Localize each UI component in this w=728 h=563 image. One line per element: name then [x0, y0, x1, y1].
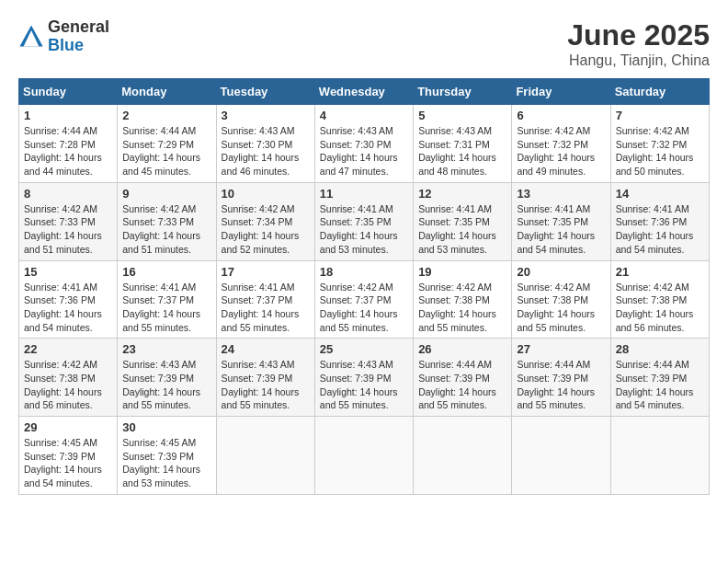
logo-blue: Blue	[48, 37, 109, 55]
calendar-day-15: 15 Sunrise: 4:41 AM Sunset: 7:36 PM Dayl…	[19, 260, 118, 339]
day-number: 30	[122, 420, 210, 434]
calendar-day-23: 23 Sunrise: 4:43 AM Sunset: 7:39 PM Dayl…	[118, 339, 216, 417]
calendar-day-26: 26 Sunrise: 4:44 AM Sunset: 7:39 PM Dayl…	[414, 339, 512, 417]
day-info: Sunrise: 4:41 AM Sunset: 7:35 PM Dayligh…	[517, 202, 605, 257]
day-number: 16	[122, 265, 210, 279]
calendar-day-22: 22 Sunrise: 4:42 AM Sunset: 7:38 PM Dayl…	[19, 339, 118, 417]
day-number: 25	[320, 342, 408, 356]
day-number: 2	[122, 109, 210, 122]
day-number: 5	[418, 109, 506, 122]
empty-cell	[512, 417, 610, 495]
calendar-day-2: 2 Sunrise: 4:44 AM Sunset: 7:29 PM Dayli…	[118, 105, 216, 183]
day-info: Sunrise: 4:41 AM Sunset: 7:36 PM Dayligh…	[616, 202, 704, 257]
day-number: 13	[517, 187, 605, 201]
calendar-day-13: 13 Sunrise: 4:41 AM Sunset: 7:35 PM Dayl…	[512, 182, 610, 260]
calendar-day-5: 5 Sunrise: 4:43 AM Sunset: 7:31 PM Dayli…	[414, 105, 512, 183]
title-block: June 2025 Hangu, Tianjin, China	[567, 18, 710, 69]
day-info: Sunrise: 4:41 AM Sunset: 7:37 PM Dayligh…	[122, 281, 210, 335]
calendar-day-9: 9 Sunrise: 4:42 AM Sunset: 7:33 PM Dayli…	[118, 182, 216, 260]
day-number: 21	[616, 265, 704, 279]
header-thursday: Thursday	[414, 79, 512, 105]
day-info: Sunrise: 4:42 AM Sunset: 7:38 PM Dayligh…	[616, 281, 704, 335]
day-info: Sunrise: 4:42 AM Sunset: 7:38 PM Dayligh…	[517, 281, 605, 335]
day-info: Sunrise: 4:43 AM Sunset: 7:39 PM Dayligh…	[222, 358, 310, 412]
calendar-day-24: 24 Sunrise: 4:43 AM Sunset: 7:39 PM Dayl…	[216, 339, 314, 417]
calendar-day-16: 16 Sunrise: 4:41 AM Sunset: 7:37 PM Dayl…	[118, 260, 216, 339]
day-number: 18	[320, 265, 408, 279]
empty-cell	[414, 417, 512, 495]
calendar-day-3: 3 Sunrise: 4:43 AM Sunset: 7:30 PM Dayli…	[216, 105, 314, 183]
calendar-week-2: 8 Sunrise: 4:42 AM Sunset: 7:33 PM Dayli…	[19, 182, 710, 260]
calendar-day-29: 29 Sunrise: 4:45 AM Sunset: 7:39 PM Dayl…	[19, 417, 118, 495]
day-number: 12	[418, 187, 506, 201]
calendar-day-7: 7 Sunrise: 4:42 AM Sunset: 7:32 PM Dayli…	[610, 105, 709, 183]
header-tuesday: Tuesday	[216, 79, 314, 105]
calendar-week-5: 29 Sunrise: 4:45 AM Sunset: 7:39 PM Dayl…	[19, 417, 710, 495]
calendar-day-6: 6 Sunrise: 4:42 AM Sunset: 7:32 PM Dayli…	[512, 105, 610, 183]
calendar-day-19: 19 Sunrise: 4:42 AM Sunset: 7:38 PM Dayl…	[414, 260, 512, 339]
header-saturday: Saturday	[610, 79, 709, 105]
header-monday: Monday	[118, 79, 216, 105]
page-header: General Blue June 2025 Hangu, Tianjin, C…	[18, 18, 710, 69]
day-number: 3	[222, 109, 310, 122]
calendar-week-4: 22 Sunrise: 4:42 AM Sunset: 7:38 PM Dayl…	[19, 339, 710, 417]
day-info: Sunrise: 4:42 AM Sunset: 7:33 PM Dayligh…	[24, 202, 112, 257]
calendar-day-4: 4 Sunrise: 4:43 AM Sunset: 7:30 PM Dayli…	[314, 105, 413, 183]
day-number: 8	[24, 187, 112, 201]
day-number: 29	[24, 420, 112, 434]
empty-cell	[216, 417, 314, 495]
day-number: 26	[418, 342, 506, 356]
day-info: Sunrise: 4:42 AM Sunset: 7:38 PM Dayligh…	[418, 281, 506, 335]
day-info: Sunrise: 4:43 AM Sunset: 7:30 PM Dayligh…	[222, 124, 310, 178]
calendar-day-28: 28 Sunrise: 4:44 AM Sunset: 7:39 PM Dayl…	[610, 339, 709, 417]
day-number: 7	[616, 109, 704, 122]
day-info: Sunrise: 4:44 AM Sunset: 7:39 PM Dayligh…	[517, 358, 605, 412]
day-number: 24	[222, 342, 310, 356]
header-sunday: Sunday	[19, 79, 118, 105]
day-info: Sunrise: 4:44 AM Sunset: 7:39 PM Dayligh…	[616, 358, 704, 412]
day-number: 20	[517, 265, 605, 279]
day-info: Sunrise: 4:42 AM Sunset: 7:32 PM Dayligh…	[616, 124, 704, 178]
header-wednesday: Wednesday	[314, 79, 413, 105]
day-number: 28	[616, 342, 704, 356]
empty-cell	[314, 417, 413, 495]
day-info: Sunrise: 4:41 AM Sunset: 7:35 PM Dayligh…	[418, 202, 506, 257]
calendar-day-25: 25 Sunrise: 4:43 AM Sunset: 7:39 PM Dayl…	[314, 339, 413, 417]
calendar-table: SundayMondayTuesdayWednesdayThursdayFrid…	[18, 78, 710, 495]
day-info: Sunrise: 4:41 AM Sunset: 7:35 PM Dayligh…	[320, 202, 408, 257]
calendar-day-18: 18 Sunrise: 4:42 AM Sunset: 7:37 PM Dayl…	[314, 260, 413, 339]
logo: General Blue	[18, 18, 109, 55]
day-number: 14	[616, 187, 704, 201]
day-info: Sunrise: 4:44 AM Sunset: 7:39 PM Dayligh…	[418, 358, 506, 412]
calendar-day-21: 21 Sunrise: 4:42 AM Sunset: 7:38 PM Dayl…	[610, 260, 709, 339]
logo-icon	[18, 24, 44, 50]
header-friday: Friday	[512, 79, 610, 105]
calendar-day-20: 20 Sunrise: 4:42 AM Sunset: 7:38 PM Dayl…	[512, 260, 610, 339]
day-info: Sunrise: 4:44 AM Sunset: 7:29 PM Dayligh…	[122, 124, 210, 178]
logo-general: General	[48, 18, 109, 37]
calendar-header-row: SundayMondayTuesdayWednesdayThursdayFrid…	[19, 79, 710, 105]
calendar-week-3: 15 Sunrise: 4:41 AM Sunset: 7:36 PM Dayl…	[19, 260, 710, 339]
day-number: 1	[24, 109, 112, 122]
day-number: 17	[222, 265, 310, 279]
day-info: Sunrise: 4:42 AM Sunset: 7:38 PM Dayligh…	[24, 358, 112, 412]
day-info: Sunrise: 4:43 AM Sunset: 7:39 PM Dayligh…	[320, 358, 408, 412]
calendar-day-27: 27 Sunrise: 4:44 AM Sunset: 7:39 PM Dayl…	[512, 339, 610, 417]
day-number: 15	[24, 265, 112, 279]
day-info: Sunrise: 4:41 AM Sunset: 7:37 PM Dayligh…	[222, 281, 310, 335]
day-number: 22	[24, 342, 112, 356]
day-info: Sunrise: 4:42 AM Sunset: 7:33 PM Dayligh…	[122, 202, 210, 257]
calendar-day-8: 8 Sunrise: 4:42 AM Sunset: 7:33 PM Dayli…	[19, 182, 118, 260]
calendar-day-17: 17 Sunrise: 4:41 AM Sunset: 7:37 PM Dayl…	[216, 260, 314, 339]
day-info: Sunrise: 4:41 AM Sunset: 7:36 PM Dayligh…	[24, 281, 112, 335]
calendar-day-12: 12 Sunrise: 4:41 AM Sunset: 7:35 PM Dayl…	[414, 182, 512, 260]
day-info: Sunrise: 4:43 AM Sunset: 7:31 PM Dayligh…	[418, 124, 506, 178]
calendar-day-10: 10 Sunrise: 4:42 AM Sunset: 7:34 PM Dayl…	[216, 182, 314, 260]
calendar-day-14: 14 Sunrise: 4:41 AM Sunset: 7:36 PM Dayl…	[610, 182, 709, 260]
day-info: Sunrise: 4:42 AM Sunset: 7:34 PM Dayligh…	[222, 202, 310, 257]
day-number: 9	[122, 187, 210, 201]
day-info: Sunrise: 4:43 AM Sunset: 7:30 PM Dayligh…	[320, 124, 408, 178]
calendar-day-1: 1 Sunrise: 4:44 AM Sunset: 7:28 PM Dayli…	[19, 105, 118, 183]
day-info: Sunrise: 4:45 AM Sunset: 7:39 PM Dayligh…	[24, 436, 112, 490]
day-number: 23	[122, 342, 210, 356]
